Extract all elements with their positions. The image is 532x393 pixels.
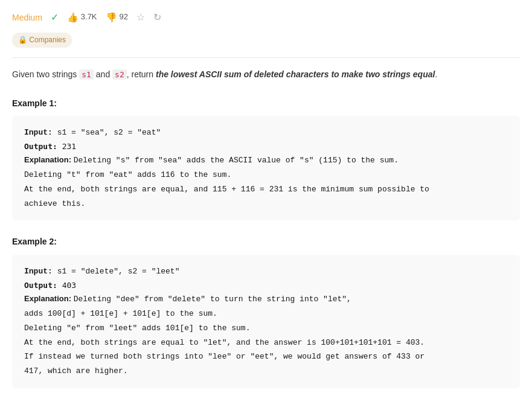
check-icon: ✓ [51, 10, 59, 25]
explanation-line-1-4: achieve this. [24, 199, 85, 208]
example-1-section: Example 1: Input: s1 = "sea", s2 = "eat"… [12, 97, 520, 221]
input-value-1: s1 = "sea", s2 = "eat" [57, 128, 161, 137]
example-2-input: Input: s1 = "delete", s2 = "leet" [24, 264, 508, 279]
explanation-label-1: Explanation: [24, 155, 71, 164]
s2-code: s2 [112, 69, 127, 80]
example-2-box: Input: s1 = "delete", s2 = "leet" Output… [12, 255, 520, 388]
difficulty-badge: Medium [12, 11, 42, 24]
problem-text-prefix: Given two strings [12, 69, 79, 79]
output-label-2: Output: [24, 281, 57, 290]
divider [12, 57, 520, 58]
explanation-line-2-5: If instead we turned both strings into "… [24, 352, 425, 361]
output-label-1: Output: [24, 142, 57, 151]
output-value-2: 403 [62, 281, 76, 290]
explanation-line-1-3: At the end, both strings are equal, and … [24, 185, 429, 194]
example-2-title: Example 2: [12, 235, 520, 248]
explanation-line-1-2: Deleting "t" from "eat" adds 116 to the … [24, 170, 231, 179]
thumbs-down-icon: 👎 [106, 10, 117, 25]
output-value-1: 231 [62, 142, 76, 151]
main-container: Medium ✓ 👍 3.7K 👎 92 ☆ ↻ 🔒 Companies Giv… [0, 0, 532, 393]
downvote-group[interactable]: 👎 92 [106, 10, 128, 25]
example-2-output: Output: 403 [24, 279, 508, 293]
example-2-section: Example 2: Input: s1 = "delete", s2 = "l… [12, 235, 520, 388]
explanation-line-2-1: Deleting "dee" from "delete" to turn the… [74, 295, 351, 304]
refresh-icon[interactable]: ↻ [153, 10, 161, 25]
explanation-line-2-6: 417, which are higher. [24, 366, 128, 375]
downvote-count: 92 [120, 11, 128, 24]
input-label-2: Input: [24, 267, 53, 276]
problem-and: and [94, 69, 112, 79]
upvote-group[interactable]: 👍 3.7K [67, 10, 97, 25]
example-1-input: Input: s1 = "sea", s2 = "eat" [24, 126, 508, 140]
explanation-line-2-4: At the end, both strings are equal to "l… [24, 338, 425, 347]
tag-row: 🔒 Companies [12, 33, 520, 48]
problem-statement: Given two strings s1 and s2, return the … [12, 68, 520, 82]
input-value-2: s1 = "delete", s2 = "leet" [57, 267, 180, 276]
example-1-title: Example 1: [12, 97, 520, 110]
upvote-count: 3.7K [81, 11, 97, 24]
example-1-output: Output: 231 [24, 140, 508, 154]
explanation-label-2: Explanation: [24, 294, 71, 303]
explanation-line-2-3: Deleting "e" from "leet" adds 101[e] to … [24, 324, 250, 333]
top-bar: Medium ✓ 👍 3.7K 👎 92 ☆ ↻ [12, 10, 520, 25]
lock-icon: 🔒 [18, 36, 29, 44]
example-1-box: Input: s1 = "sea", s2 = "eat" Output: 23… [12, 116, 520, 221]
star-icon[interactable]: ☆ [136, 10, 145, 25]
explanation-line-1-1: Deleting "s" from "sea" adds the ASCII v… [74, 156, 399, 165]
explanation-line-2-2: adds 100[d] + 101[e] + 101[e] to the sum… [24, 309, 217, 318]
problem-text-return: , return the lowest ASCII sum of deleted… [127, 69, 438, 79]
s1-code: s1 [79, 69, 94, 80]
input-label-1: Input: [24, 128, 53, 137]
companies-tag[interactable]: 🔒 Companies [12, 33, 72, 48]
example-1-explanation: Explanation: Deleting "s" from "sea" add… [24, 153, 508, 211]
example-2-explanation: Explanation: Deleting "dee" from "delete… [24, 292, 508, 379]
thumbs-up-icon: 👍 [67, 10, 79, 25]
